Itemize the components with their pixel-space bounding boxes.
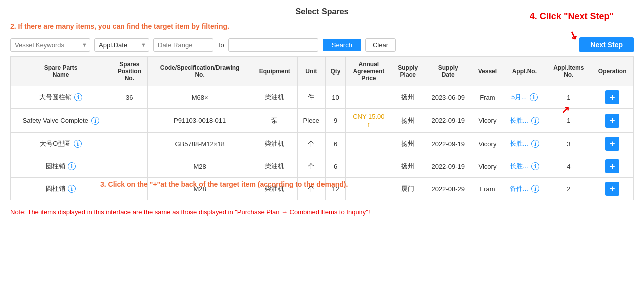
cell-name-1: Safety Valve Complete ℹ bbox=[11, 109, 111, 133]
appl-date-select[interactable]: Appl.Date bbox=[94, 38, 149, 52]
info-icon-appl-0[interactable]: ℹ bbox=[530, 93, 538, 101]
date-range-input[interactable] bbox=[153, 38, 213, 52]
cell-supply-place-1: 扬州 bbox=[392, 109, 424, 133]
plus-button-2[interactable]: + bbox=[605, 137, 619, 151]
toolbar: ▼ Appl.Date ▼ To Search Clear Next Step bbox=[0, 33, 644, 56]
cell-appl-items-no-3: 4 bbox=[546, 155, 591, 178]
cell-position-3 bbox=[111, 155, 148, 178]
cell-price-3 bbox=[346, 155, 392, 178]
info-icon-name-3[interactable]: ℹ bbox=[68, 162, 76, 170]
cell-qty-1: 9 bbox=[325, 109, 345, 133]
cell-appl-no-1: 长胜... ℹ bbox=[503, 109, 546, 133]
price-icon-1[interactable]: ↑ bbox=[367, 120, 370, 128]
info-icon-name-1[interactable]: ℹ bbox=[91, 117, 99, 125]
cell-supply-date-4: 2022-08-29 bbox=[424, 178, 472, 200]
col-vessel: Vessel bbox=[472, 57, 503, 86]
appl-no-link-1[interactable]: 长胜... bbox=[510, 117, 528, 124]
col-supply-place: SupplyPlace bbox=[392, 57, 424, 86]
clear-button[interactable]: Clear bbox=[365, 38, 396, 52]
plus-button-1[interactable]: + bbox=[605, 114, 619, 128]
price-value-1: CNY 15.00 bbox=[353, 113, 384, 120]
cell-supply-date-2: 2022-09-19 bbox=[424, 133, 472, 155]
info-icon-name-0[interactable]: ℹ bbox=[74, 93, 82, 101]
cell-code-0: M68× bbox=[148, 86, 252, 109]
appl-no-link-4[interactable]: 备件... bbox=[510, 185, 528, 192]
cell-qty-2: 6 bbox=[325, 133, 345, 155]
search-button[interactable]: Search bbox=[323, 39, 361, 51]
hint-4: 4. Click "Next Step" bbox=[530, 11, 614, 22]
appl-no-link-0[interactable]: 5月... bbox=[511, 93, 527, 101]
cell-qty-3: 6 bbox=[325, 155, 345, 178]
cell-operation-3: + bbox=[591, 155, 634, 178]
plus-button-0[interactable]: + bbox=[605, 90, 619, 104]
cell-unit-0: 件 bbox=[297, 86, 325, 109]
cell-code-2: GB5788-M12×18 bbox=[148, 133, 252, 155]
info-icon-name-2[interactable]: ℹ bbox=[74, 140, 82, 148]
cell-supply-date-0: 2023-06-09 bbox=[424, 86, 472, 109]
cell-appl-no-0: 5月... ℹ bbox=[503, 86, 546, 109]
cell-price-2 bbox=[346, 133, 392, 155]
appl-no-link-2[interactable]: 长胜... bbox=[510, 140, 528, 147]
cell-supply-date-1: 2022-09-19 bbox=[424, 109, 472, 133]
table-row: Safety Valve Complete ℹP91103-0018-011泵P… bbox=[11, 109, 634, 133]
cell-appl-no-2: 长胜... ℹ bbox=[503, 133, 546, 155]
col-appl-no: Appl.No. bbox=[503, 57, 546, 86]
cell-equipment-0: 柴油机 bbox=[252, 86, 297, 109]
cell-position-2 bbox=[111, 133, 148, 155]
appl-no-link-3[interactable]: 长胜... bbox=[510, 162, 528, 170]
info-icon-appl-2[interactable]: ℹ bbox=[531, 140, 539, 148]
col-supply-date: SupplyDate bbox=[424, 57, 472, 86]
cell-supply-place-4: 厦门 bbox=[392, 178, 424, 200]
info-icon-name-4[interactable]: ℹ bbox=[68, 185, 76, 193]
info-icon-appl-4[interactable]: ℹ bbox=[531, 185, 539, 193]
arrow-3-icon: ↗ bbox=[561, 104, 570, 116]
cell-price-0 bbox=[346, 86, 392, 109]
to-label: To bbox=[217, 41, 224, 49]
cell-equipment-1: 泵 bbox=[252, 109, 297, 133]
table-wrap: Spare PartsName SparesPositionNo. Code/S… bbox=[0, 56, 644, 200]
cell-vessel-2: Vicory bbox=[472, 133, 503, 155]
cell-price-1: CNY 15.00↑ bbox=[346, 109, 392, 133]
cell-supply-place-2: 扬州 bbox=[392, 133, 424, 155]
cell-name-3: 圆柱销 ℹ bbox=[11, 155, 111, 178]
next-step-button[interactable]: Next Step bbox=[579, 37, 634, 52]
col-spare-parts-name: Spare PartsName bbox=[11, 57, 111, 86]
cell-supply-place-3: 扬州 bbox=[392, 155, 424, 178]
appl-date-wrap: Appl.Date ▼ bbox=[94, 38, 149, 52]
col-annual-agreement-price: AnnualAgreementPrice bbox=[346, 57, 392, 86]
cell-code-1: P91103-0018-011 bbox=[148, 109, 252, 133]
plus-button-4[interactable]: + bbox=[605, 182, 619, 196]
cell-qty-0: 10 bbox=[325, 86, 345, 109]
cell-unit-1: Piece bbox=[297, 109, 325, 133]
cell-position-0: 36 bbox=[111, 86, 148, 109]
col-qty: Qty bbox=[325, 57, 345, 86]
cell-operation-4: + bbox=[591, 178, 634, 200]
cell-equipment-2: 柴油机 bbox=[252, 133, 297, 155]
cell-supply-place-0: 扬州 bbox=[392, 86, 424, 109]
cell-supply-date-3: 2022-09-19 bbox=[424, 155, 472, 178]
cell-name-4: 圆柱销 ℹ bbox=[11, 178, 111, 200]
cell-appl-no-4: 备件... ℹ bbox=[503, 178, 546, 200]
table-row: 圆柱销 ℹM28柴油机个6扬州2022-09-19Vicory长胜... ℹ4+ bbox=[11, 155, 634, 178]
cell-equipment-3: 柴油机 bbox=[252, 155, 297, 178]
info-icon-appl-1[interactable]: ℹ bbox=[531, 117, 539, 125]
cell-appl-no-3: 长胜... ℹ bbox=[503, 155, 546, 178]
cell-vessel-4: Fram bbox=[472, 178, 503, 200]
vessel-keywords-input[interactable] bbox=[10, 38, 90, 52]
col-unit: Unit bbox=[297, 57, 325, 86]
cell-vessel-3: Vicory bbox=[472, 155, 503, 178]
vessel-keywords-wrap: ▼ bbox=[10, 38, 90, 52]
info-icon-appl-3[interactable]: ℹ bbox=[531, 162, 539, 170]
col-operation: Operation bbox=[591, 57, 634, 86]
cell-vessel-1: Vicory bbox=[472, 109, 503, 133]
cell-operation-0: + bbox=[591, 86, 634, 109]
date-to-input[interactable] bbox=[228, 38, 318, 52]
plus-button-3[interactable]: + bbox=[605, 159, 619, 173]
note-area: Note: The items displayed in this interf… bbox=[0, 200, 644, 221]
cell-unit-3: 个 bbox=[297, 155, 325, 178]
cell-price-4 bbox=[346, 178, 392, 200]
cell-name-0: 大号圆柱销 ℹ bbox=[11, 86, 111, 109]
table-row: 大号O型圈 ℹGB5788-M12×18柴油机个6扬州2022-09-19Vic… bbox=[11, 133, 634, 155]
cell-position-1 bbox=[111, 109, 148, 133]
table-row: 大号圆柱销 ℹ36M68×柴油机件10扬州2023-06-09Fram5月...… bbox=[11, 86, 634, 109]
